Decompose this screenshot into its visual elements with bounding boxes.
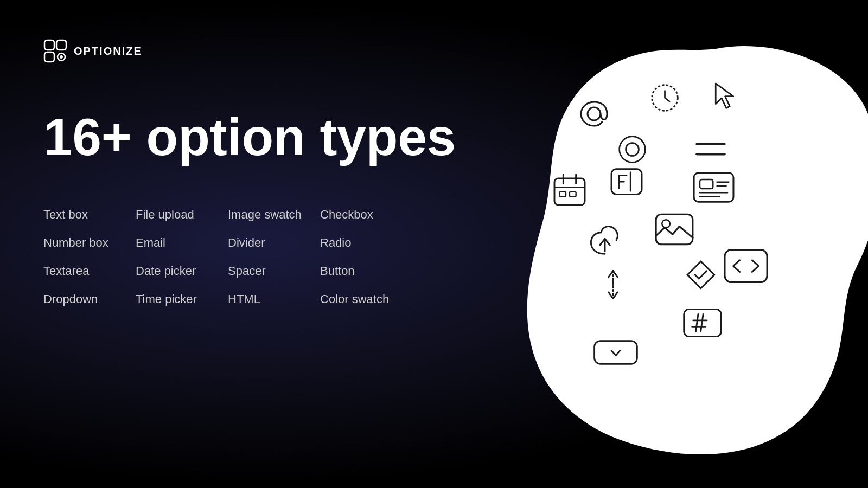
cursor-icon — [703, 73, 746, 117]
option-text-box: Text box — [43, 201, 136, 229]
option-html: HTML — [228, 285, 320, 313]
option-file-upload: File upload — [136, 201, 228, 229]
code-icon — [722, 244, 770, 287]
spacer-icon — [597, 268, 629, 301]
options-grid: Text box File upload Image swatch Checkb… — [43, 201, 412, 313]
card-icon — [689, 165, 738, 209]
at-icon — [572, 92, 616, 136]
calendar-icon — [548, 168, 591, 211]
svg-rect-16 — [570, 192, 576, 197]
option-textarea: Textarea — [43, 257, 136, 285]
option-email: Email — [136, 229, 228, 257]
image-swatch-icon — [651, 206, 697, 252]
svg-point-8 — [626, 143, 639, 156]
svg-rect-15 — [559, 192, 566, 197]
svg-point-5 — [588, 107, 601, 120]
logo-icon — [43, 39, 67, 63]
svg-rect-1 — [56, 40, 66, 50]
svg-rect-29 — [725, 250, 767, 282]
svg-rect-31 — [595, 341, 637, 364]
option-image-swatch: Image swatch — [228, 201, 320, 229]
svg-point-27 — [662, 220, 670, 228]
icons-layer — [488, 16, 868, 472]
option-radio: Radio — [320, 229, 412, 257]
textbox-icon — [605, 160, 648, 203]
svg-rect-2 — [44, 52, 54, 62]
svg-rect-26 — [656, 214, 693, 244]
main-heading: 16+ option types — [43, 108, 456, 166]
option-date-picker: Date picker — [136, 257, 228, 285]
option-spacer: Spacer — [228, 257, 320, 285]
logo-text: OPTIONIZE — [74, 45, 142, 57]
option-dropdown: Dropdown — [43, 285, 136, 313]
diamond-icon — [684, 258, 719, 293]
upload-icon — [583, 220, 627, 263]
option-color-swatch: Color swatch — [320, 285, 412, 313]
option-time-picker: Time picker — [136, 285, 228, 313]
svg-point-7 — [619, 136, 645, 162]
logo: OPTIONIZE — [43, 39, 142, 63]
equals-icon — [692, 138, 730, 160]
blob-container — [488, 16, 868, 472]
option-number-box: Number box — [43, 229, 136, 257]
option-divider: Divider — [228, 229, 320, 257]
svg-rect-0 — [44, 40, 54, 50]
clock-icon — [643, 76, 686, 119]
dropdown-icon — [591, 336, 640, 369]
option-checkbox: Checkbox — [320, 201, 412, 229]
svg-rect-17 — [611, 169, 642, 195]
option-button: Button — [320, 257, 412, 285]
svg-point-4 — [60, 55, 63, 59]
number-box-icon — [681, 304, 724, 342]
svg-rect-20 — [700, 179, 713, 188]
